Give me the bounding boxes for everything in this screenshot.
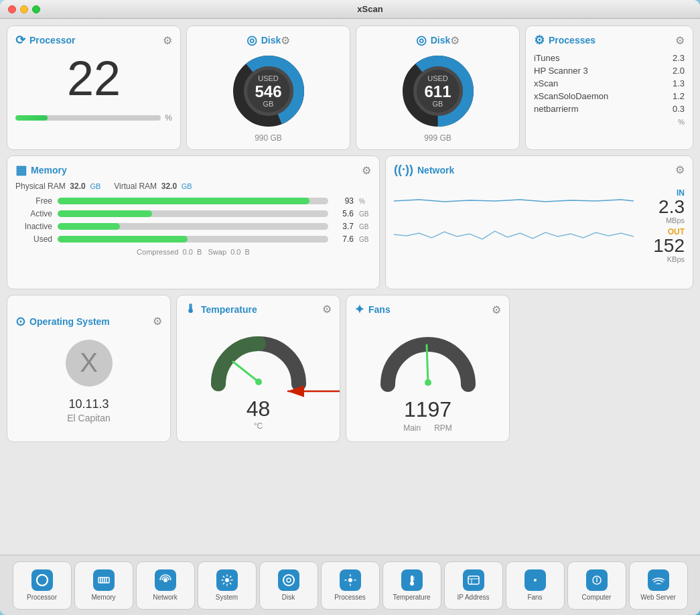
network-right: IN 2.3 MBps OUT 152 KBps xyxy=(638,181,685,271)
os-logo: X xyxy=(66,340,113,387)
processor-header: ⟳ Processor ⚙ xyxy=(15,33,172,48)
temperature-card: 🌡 Temperature ⚙ 48 xyxy=(176,295,340,442)
row-2: ▦ Memory ⚙ Physical RAM 32.0 GB Virtual … xyxy=(7,155,693,289)
memory-info: Physical RAM 32.0 GB Virtual RAM 32.0 GB xyxy=(15,182,371,191)
toolbar-fans-icon xyxy=(524,569,546,591)
temperature-icon: 🌡 xyxy=(185,302,197,316)
temperature-settings-icon[interactable]: ⚙ xyxy=(322,303,332,316)
disk1-used-unit: GB xyxy=(255,100,281,108)
disk1-used-label: USED xyxy=(255,74,281,82)
toolbar-item-ipaddress[interactable]: IP Address xyxy=(444,561,503,610)
disk2-icon: ◎ xyxy=(416,33,427,48)
processes-settings-icon[interactable]: ⚙ xyxy=(675,34,685,47)
toolbar-item-fans[interactable]: Fans xyxy=(506,561,565,610)
svg-point-22 xyxy=(283,575,294,586)
physical-ram-label: Physical RAM 32.0 GB xyxy=(15,182,100,191)
toolbar-item-disk[interactable]: Disk xyxy=(259,561,318,610)
process-name-4: netbarrierm xyxy=(534,104,578,114)
process-row-3: xScanSoloDaemon 1.2 xyxy=(534,90,685,102)
os-settings-icon[interactable]: ⚙ xyxy=(153,315,162,328)
memory-header: ▦ Memory ⚙ xyxy=(15,163,371,178)
toolbar-item-system[interactable]: System xyxy=(198,561,257,610)
disk2-used-unit: GB xyxy=(424,100,451,108)
svg-line-8 xyxy=(233,362,259,382)
toolbar-ipaddress-icon xyxy=(463,569,484,591)
toolbar-processes-icon xyxy=(340,569,361,591)
app-window: xScan ⟳ Processor ⚙ 22 % xyxy=(0,0,700,615)
processes-list: iTunes 2.3 HP Scanner 3 2.0 xScan 1.3 xS… xyxy=(534,52,685,115)
mem-unit-active: GB xyxy=(359,210,371,218)
toolbar-disk-icon xyxy=(278,569,299,591)
network-in-value: 2.3 xyxy=(658,198,685,216)
network-in-unit: MBps xyxy=(666,216,685,224)
toolbar-item-processes[interactable]: Processes xyxy=(321,561,380,610)
toolbar-item-temperature[interactable]: Temperature xyxy=(382,561,441,610)
fans-labels: Main RPM xyxy=(403,423,452,433)
toolbar-item-memory[interactable]: Memory xyxy=(74,561,133,610)
processes-title: ⚙ Processes xyxy=(534,33,596,48)
os-version: 10.11.3 xyxy=(68,397,109,411)
annotation-arrow xyxy=(281,378,340,405)
disk2-donut: USED 611 GB xyxy=(401,54,475,128)
memory-settings-icon[interactable]: ⚙ xyxy=(362,164,371,177)
svg-line-12 xyxy=(427,345,428,383)
fans-settings-icon[interactable]: ⚙ xyxy=(492,303,501,316)
toolbar-webserver-icon xyxy=(648,569,669,591)
mem-label-used: Used xyxy=(15,234,52,244)
toolbar-processes-label: Processes xyxy=(334,594,366,601)
minimize-button[interactable] xyxy=(20,5,28,13)
disk2-used-label: USED xyxy=(424,74,451,82)
mem-bar-inactive xyxy=(58,223,328,230)
toolbar-temperature-icon xyxy=(401,569,423,591)
toolbar-computer-label: Computer xyxy=(582,594,612,601)
disk2-inner: USED 611 GB xyxy=(424,74,451,108)
processor-settings-icon[interactable]: ⚙ xyxy=(163,34,172,47)
memory-footer: Compressed 0.0 B Swap 0.0 B xyxy=(15,248,371,256)
svg-point-24 xyxy=(348,578,352,582)
toolbar-computer-icon xyxy=(586,569,608,591)
process-name-0: iTunes xyxy=(534,53,560,63)
close-button[interactable] xyxy=(8,5,16,13)
network-card: ((·)) Network ⚙ IN xyxy=(385,155,693,289)
svg-point-20 xyxy=(163,578,167,582)
fans-value-row: 1197 xyxy=(404,397,451,422)
disk2-settings-icon[interactable]: ⚙ xyxy=(450,34,460,47)
memory-bar-free: Free 93 % xyxy=(15,196,371,206)
toolbar-disk-label: Disk xyxy=(282,594,295,601)
cpu-progress: % xyxy=(15,113,172,123)
svg-point-9 xyxy=(255,379,262,385)
os-name: El Capitan xyxy=(67,413,111,423)
fans-gauge-svg xyxy=(374,321,482,395)
fans-unit: RPM xyxy=(434,423,452,433)
os-icon: ⊙ xyxy=(15,314,25,329)
toolbar-item-computer[interactable]: Computer xyxy=(567,561,626,610)
network-settings-icon[interactable]: ⚙ xyxy=(675,163,685,176)
toolbar-item-processor[interactable]: Processor xyxy=(13,561,72,610)
fans-card: ✦ Fans ⚙ 1197 Main xyxy=(346,295,510,442)
toolbar-network-label: Network xyxy=(153,594,178,601)
process-val-1: 2.0 xyxy=(673,66,685,76)
os-card: ⊙ Operating System ⚙ X 10.11.3 El Capita… xyxy=(7,295,171,442)
network-out-unit: KBps xyxy=(667,255,685,263)
mem-fill-inactive xyxy=(58,223,120,230)
memory-title: ▦ Memory xyxy=(15,163,67,178)
fullscreen-button[interactable] xyxy=(32,5,40,13)
toolbar-temperature-label: Temperature xyxy=(393,594,430,601)
main-content: ⟳ Processor ⚙ 22 % ◎ xyxy=(0,19,700,555)
toolbar-item-network[interactable]: Network xyxy=(136,561,195,610)
os-title: ⊙ Operating System xyxy=(15,314,110,329)
fans-header: ✦ Fans ⚙ xyxy=(354,302,501,317)
toolbar-item-webserver[interactable]: Web Server xyxy=(629,561,688,610)
toolbar-system-label: System xyxy=(216,594,238,601)
mem-unit-used: GB xyxy=(359,236,371,243)
disk1-used-value: 546 xyxy=(255,84,281,100)
svg-rect-29 xyxy=(468,576,479,584)
processor-card: ⟳ Processor ⚙ 22 % xyxy=(7,25,181,150)
cpu-progress-fill xyxy=(15,115,48,121)
os-x-letter: X xyxy=(80,348,98,378)
svg-point-21 xyxy=(225,578,229,582)
virtual-ram-label: Virtual RAM 32.0 GB xyxy=(114,182,192,191)
mem-unit-free: % xyxy=(359,198,371,205)
disk1-settings-icon[interactable]: ⚙ xyxy=(281,34,290,47)
disk1-title: ◎ Disk xyxy=(247,33,281,48)
